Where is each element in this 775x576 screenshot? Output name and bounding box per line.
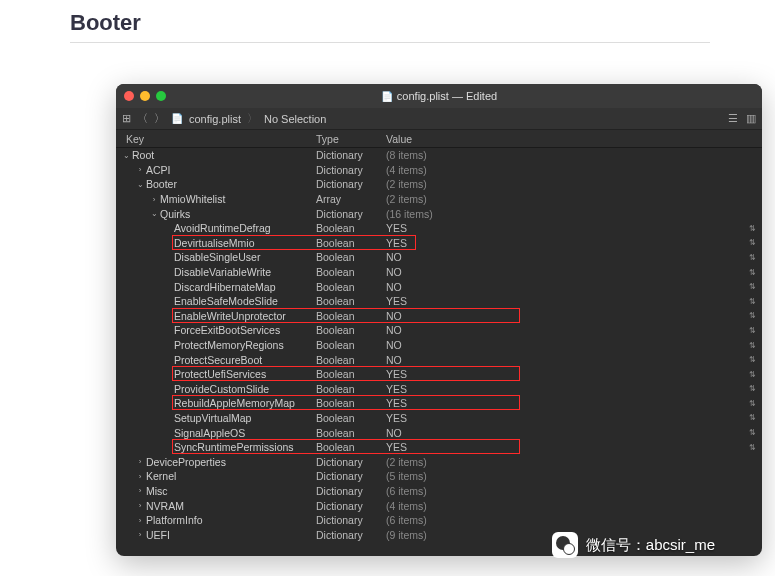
row-value: NO: [386, 324, 762, 336]
table-row[interactable]: SetupVirtualMapBooleanYES⇅: [116, 411, 762, 426]
stepper-icon[interactable]: ⇅: [749, 282, 756, 291]
table-row[interactable]: DisableSingleUserBooleanNO⇅: [116, 250, 762, 265]
chevron-down-icon[interactable]: ⌄: [122, 151, 130, 160]
row-value: NO: [386, 310, 762, 322]
row-key: DisableVariableWrite: [174, 266, 271, 278]
file-icon: 📄: [171, 113, 183, 124]
row-key: ProtectMemoryRegions: [174, 339, 284, 351]
row-type: Boolean: [316, 368, 386, 380]
table-row[interactable]: ›MmioWhitelistArray(2 items): [116, 192, 762, 207]
row-type: Dictionary: [316, 456, 386, 468]
table-row[interactable]: EnableWriteUnprotectorBooleanNO⇅: [116, 309, 762, 324]
table-row[interactable]: ProtectUefiServicesBooleanYES⇅: [116, 367, 762, 382]
row-type: Boolean: [316, 339, 386, 351]
table-header: Key Type Value: [116, 130, 762, 148]
nav-back-icon[interactable]: 〈: [137, 111, 148, 126]
table-row[interactable]: DiscardHibernateMapBooleanNO⇅: [116, 279, 762, 294]
chevron-right-icon[interactable]: ›: [136, 501, 144, 510]
table-row[interactable]: ProtectMemoryRegionsBooleanNO⇅: [116, 338, 762, 353]
table-row[interactable]: ›MiscDictionary(6 items): [116, 484, 762, 499]
breadcrumb-item[interactable]: No Selection: [264, 113, 326, 125]
row-value: NO: [386, 281, 762, 293]
row-type: Dictionary: [316, 514, 386, 526]
column-header-key[interactable]: Key: [116, 133, 316, 145]
table-row[interactable]: SignalAppleOSBooleanNO⇅: [116, 425, 762, 440]
table-row[interactable]: ⌄QuirksDictionary(16 items): [116, 206, 762, 221]
stepper-icon[interactable]: ⇅: [749, 297, 756, 306]
stepper-icon[interactable]: ⇅: [749, 238, 756, 247]
table-row[interactable]: EnableSafeModeSlideBooleanYES⇅: [116, 294, 762, 309]
table-row[interactable]: SyncRuntimePermissionsBooleanYES⇅: [116, 440, 762, 455]
toolbar: ⊞ 〈 〉 📄 config.plist 〉 No Selection ☰ ▥: [116, 108, 762, 130]
stepper-icon[interactable]: ⇅: [749, 370, 756, 379]
grid-icon[interactable]: ⊞: [122, 112, 131, 125]
chevron-right-icon[interactable]: ›: [136, 486, 144, 495]
stepper-icon[interactable]: ⇅: [749, 413, 756, 422]
row-type: Boolean: [316, 324, 386, 336]
row-type: Boolean: [316, 266, 386, 278]
row-key: MmioWhitelist: [160, 193, 225, 205]
row-key: ProtectUefiServices: [174, 368, 266, 380]
chevron-right-icon[interactable]: ›: [136, 457, 144, 466]
table-row[interactable]: ForceExitBootServicesBooleanNO⇅: [116, 323, 762, 338]
row-key: ForceExitBootServices: [174, 324, 280, 336]
row-value: NO: [386, 354, 762, 366]
breadcrumb-item[interactable]: config.plist: [189, 113, 241, 125]
chevron-right-icon[interactable]: ›: [150, 195, 158, 204]
stepper-icon[interactable]: ⇅: [749, 253, 756, 262]
table-row[interactable]: AvoidRuntimeDefragBooleanYES⇅: [116, 221, 762, 236]
column-view-icon[interactable]: ▥: [746, 112, 756, 125]
row-type: Dictionary: [316, 485, 386, 497]
table-row[interactable]: DisableVariableWriteBooleanNO⇅: [116, 265, 762, 280]
stepper-icon[interactable]: ⇅: [749, 311, 756, 320]
column-header-value[interactable]: Value: [386, 133, 762, 145]
row-type: Boolean: [316, 441, 386, 453]
column-header-type[interactable]: Type: [316, 133, 386, 145]
row-value: (2 items): [386, 456, 762, 468]
row-value: (6 items): [386, 485, 762, 497]
row-type: Dictionary: [316, 470, 386, 482]
row-type: Boolean: [316, 397, 386, 409]
table-row[interactable]: ›PlatformInfoDictionary(6 items): [116, 513, 762, 528]
row-value: NO: [386, 339, 762, 351]
table-row[interactable]: ›KernelDictionary(5 items): [116, 469, 762, 484]
table-row[interactable]: ⌄BooterDictionary(2 items): [116, 177, 762, 192]
stepper-icon[interactable]: ⇅: [749, 384, 756, 393]
stepper-icon[interactable]: ⇅: [749, 224, 756, 233]
row-type: Dictionary: [316, 500, 386, 512]
row-key: PlatformInfo: [146, 514, 203, 526]
row-value: NO: [386, 427, 762, 439]
window-titlebar: 📄 config.plist — Edited: [116, 84, 762, 108]
chevron-right-icon[interactable]: ›: [136, 530, 144, 539]
row-key: EnableSafeModeSlide: [174, 295, 278, 307]
stepper-icon[interactable]: ⇅: [749, 428, 756, 437]
chevron-right-icon[interactable]: ›: [136, 165, 144, 174]
row-value: (8 items): [386, 149, 762, 161]
watermark: 微信号：abcsir_me: [552, 532, 715, 558]
stepper-icon[interactable]: ⇅: [749, 443, 756, 452]
stepper-icon[interactable]: ⇅: [749, 355, 756, 364]
stepper-icon[interactable]: ⇅: [749, 326, 756, 335]
nav-forward-icon[interactable]: 〉: [154, 111, 165, 126]
table-row[interactable]: ›NVRAMDictionary(4 items): [116, 498, 762, 513]
stepper-icon[interactable]: ⇅: [749, 399, 756, 408]
row-value: YES: [386, 222, 762, 234]
stepper-icon[interactable]: ⇅: [749, 268, 756, 277]
chevron-right-icon[interactable]: ›: [136, 516, 144, 525]
tree-rows: ⌄RootDictionary(8 items)›ACPIDictionary(…: [116, 148, 762, 542]
stepper-icon[interactable]: ⇅: [749, 341, 756, 350]
table-row[interactable]: DevirtualiseMmioBooleanYES⇅: [116, 236, 762, 251]
row-type: Boolean: [316, 222, 386, 234]
chevron-right-icon[interactable]: ›: [136, 472, 144, 481]
breadcrumb-separator: 〉: [247, 111, 258, 126]
table-row[interactable]: ⌄RootDictionary(8 items): [116, 148, 762, 163]
table-row[interactable]: ›DevicePropertiesDictionary(2 items): [116, 454, 762, 469]
row-value: NO: [386, 251, 762, 263]
chevron-down-icon[interactable]: ⌄: [150, 209, 158, 218]
chevron-down-icon[interactable]: ⌄: [136, 180, 144, 189]
table-row[interactable]: ProvideCustomSlideBooleanYES⇅: [116, 382, 762, 397]
table-row[interactable]: ›ACPIDictionary(4 items): [116, 163, 762, 178]
table-row[interactable]: RebuildAppleMemoryMapBooleanYES⇅: [116, 396, 762, 411]
table-row[interactable]: ProtectSecureBootBooleanNO⇅: [116, 352, 762, 367]
list-view-icon[interactable]: ☰: [728, 112, 738, 125]
